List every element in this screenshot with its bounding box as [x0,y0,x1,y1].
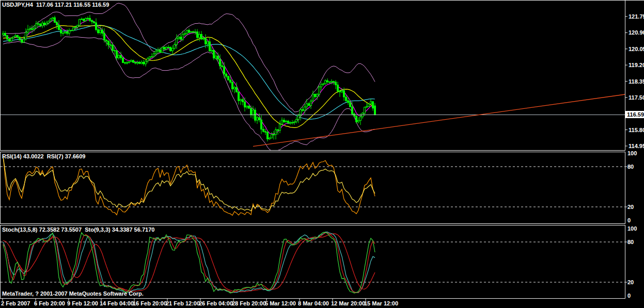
stoch-9-main-green [3,232,375,293]
ma-mid-yellow [3,25,375,127]
stoch-axis-label: 100 [627,225,637,232]
stoch-9-signal-red [3,233,375,293]
stoch-axis-label: 20 [627,279,634,285]
chart-canvas[interactable] [0,0,644,308]
time-axis-label: 12 Mar 20:00 [331,300,365,306]
time-axis-label: 14 Feb 04:00 [100,300,134,306]
stoch-axis-label: 0 [627,293,631,299]
price-axis-label: 114.95 [629,143,644,149]
time-axis-label: 16 Feb 20:00 [133,300,167,306]
stoch-indicator-label: Stoch(13,5,8) 72.3582 73.5507 Sto(9,3,3)… [2,226,154,233]
copyright-text: MetaTrader, ? 2001-2007 MetaQuotes Softw… [2,290,144,297]
rsi-14-line [3,156,375,211]
axis-ticks [3,17,627,301]
price-axis-label: 120.90 [629,29,644,36]
time-axis-label: 21 Feb 12:00 [166,300,200,306]
time-axis-label: 2 Feb 2007 [1,300,30,306]
time-axis-label: 15 Mar 12:00 [364,300,398,306]
price-axis-label: 120.05 [629,46,644,52]
time-axis-label: 28 Feb 20:00 [232,300,266,306]
rsi-indicator-label: RSI(14) 43.0022 RSI(7) 37.6609 [2,153,85,159]
rsi-axis-label: 80 [627,164,634,170]
time-axis-label: 5 Mar 12:00 [265,300,296,306]
chart-window: USDJPY,H4 117.06 117.21 116.55 116.59 RS… [0,0,644,308]
ma-slow-cyan [3,25,375,119]
symbol-title: USDJPY,H4 117.06 117.21 116.55 116.59 [2,2,109,8]
rsi-axis-label: 0 [627,217,631,223]
rsi-axis-label: 100 [627,150,637,156]
stoch-13-main-teal [3,232,375,293]
rsi-panel-series [1,155,625,215]
stoch-13-signal-red [3,234,375,292]
stoch-axis-label: 80 [627,239,634,245]
time-axis-label: 8 Mar 04:00 [298,300,329,306]
main-panel-series [1,3,625,152]
rsi-7-line [3,155,375,215]
time-axis-label: 26 Feb 04:00 [199,300,233,306]
price-axis-label: 115.80 [629,127,644,133]
price-axis-label: 118.35 [629,78,644,85]
price-axis-label: 121.75 [629,13,644,20]
ma-fast-magenta [3,20,375,134]
rsi-axis-label: 20 [627,204,634,210]
price-axis-label: 119.20 [629,62,644,68]
time-axis-label: 9 Feb 12:00 [67,300,98,306]
stoch-panel-series [1,232,625,293]
current-price-tag: 116.59 [625,111,644,118]
time-axis-label: 6 Feb 20:00 [34,300,65,306]
price-axis-label: 117.50 [629,94,644,101]
